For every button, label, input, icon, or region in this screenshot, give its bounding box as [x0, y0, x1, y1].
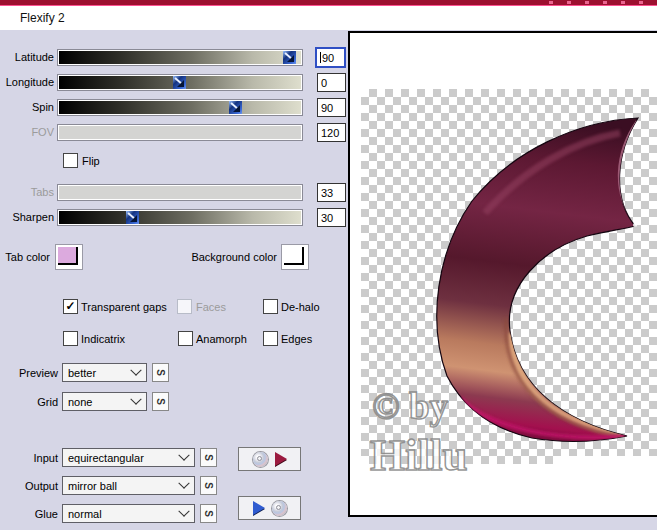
red-arrow-icon: [275, 452, 287, 466]
tab-color-label: Tab color: [0, 251, 50, 263]
tab-color-swatch-fill: [58, 247, 78, 265]
input-combo-label: Input: [0, 452, 58, 464]
tab-color-swatch[interactable]: [55, 244, 83, 270]
spin-slider[interactable]: [58, 100, 302, 115]
flip-checkbox[interactable]: [63, 153, 78, 168]
chevron-down-icon: [178, 449, 189, 460]
edges-checkbox[interactable]: [263, 331, 278, 346]
preview-pane[interactable]: © by Hillu: [348, 31, 657, 517]
titlebar-texture: [535, 1, 657, 4]
sharpen-slider[interactable]: [58, 210, 302, 225]
spin-value-input[interactable]: 90: [317, 98, 346, 117]
input-combo[interactable]: equirectangular: [62, 448, 195, 467]
preview-random-button[interactable]: S: [152, 363, 169, 382]
grid-random-button[interactable]: S: [152, 392, 169, 411]
edges-label: Edges: [281, 333, 312, 345]
chevron-down-icon: [178, 505, 189, 516]
de-halo-checkbox[interactable]: [263, 299, 278, 314]
glint-highlight: [633, 223, 637, 227]
sharpen-value-input[interactable]: 30: [317, 208, 346, 227]
grid-combo[interactable]: none: [62, 392, 147, 411]
dialog-header: Flexify 2: [0, 6, 657, 30]
background-color-label: Background color: [180, 251, 277, 263]
glue-combo-label: Glue: [0, 508, 58, 520]
chevron-down-icon: [130, 364, 141, 375]
page-title: Flexify 2: [20, 11, 65, 25]
fov-slider: [58, 125, 302, 140]
flip-label: Flip: [82, 155, 100, 167]
indicatrix-checkbox[interactable]: [63, 331, 78, 346]
glue-combo[interactable]: normal: [62, 504, 195, 523]
indicatrix-label: Indicatrix: [81, 333, 125, 345]
save-settings-button[interactable]: [238, 447, 301, 471]
longitude-slider-thumb[interactable]: [173, 76, 186, 89]
input-random-button[interactable]: S: [200, 448, 217, 467]
background-color-swatch-fill: [284, 247, 304, 265]
tabs-slider: [58, 185, 302, 200]
glue-random-button[interactable]: S: [200, 504, 217, 523]
output-random-button[interactable]: S: [200, 476, 217, 495]
fov-value-input[interactable]: 120: [317, 123, 346, 142]
background-color-swatch[interactable]: [281, 244, 309, 270]
check-mark-icon: ✓: [65, 300, 75, 312]
spin-slider-thumb[interactable]: [229, 101, 242, 114]
sharpen-slider-thumb[interactable]: [126, 211, 139, 224]
anamorph-label: Anamorph: [196, 333, 247, 345]
disc-icon: [272, 501, 287, 516]
faces-checkbox: [177, 299, 192, 314]
grid-combo-label: Grid: [0, 396, 58, 408]
warped-crescent-image: [350, 33, 657, 517]
load-settings-button[interactable]: [238, 496, 301, 520]
latitude-slider-thumb[interactable]: [283, 51, 296, 64]
tabs-label: Tabs: [0, 186, 54, 198]
disc-icon: [253, 452, 268, 467]
longitude-label: Longitude: [0, 76, 54, 88]
text-caret: [320, 52, 321, 63]
preview-combo[interactable]: better: [62, 363, 147, 382]
latitude-label: Latitude: [0, 51, 54, 63]
spin-label: Spin: [0, 101, 54, 113]
faces-label: Faces: [196, 301, 226, 313]
sharpen-label: Sharpen: [0, 211, 54, 223]
chevron-down-icon: [178, 477, 189, 488]
output-combo-label: Output: [0, 480, 58, 492]
longitude-value-input[interactable]: 0: [317, 73, 346, 92]
output-combo[interactable]: mirror ball: [62, 476, 195, 495]
tabs-value-input[interactable]: 33: [317, 183, 346, 202]
de-halo-label: De-halo: [281, 301, 320, 313]
blue-arrow-icon: [253, 501, 265, 515]
latitude-value-input[interactable]: 90: [315, 47, 346, 68]
transparent-gaps-checkbox[interactable]: ✓: [63, 299, 78, 314]
fov-label: FOV: [0, 126, 54, 138]
preview-combo-label: Preview: [0, 367, 58, 379]
chevron-down-icon: [130, 393, 141, 404]
transparent-gaps-label: Transparent gaps: [81, 301, 167, 313]
latitude-slider[interactable]: [58, 50, 302, 65]
anamorph-checkbox[interactable]: [178, 331, 193, 346]
longitude-slider[interactable]: [58, 75, 302, 90]
flexify-dialog: Flexify 2 Latitude 90 Longitude 0 Spin 9…: [0, 0, 657, 530]
